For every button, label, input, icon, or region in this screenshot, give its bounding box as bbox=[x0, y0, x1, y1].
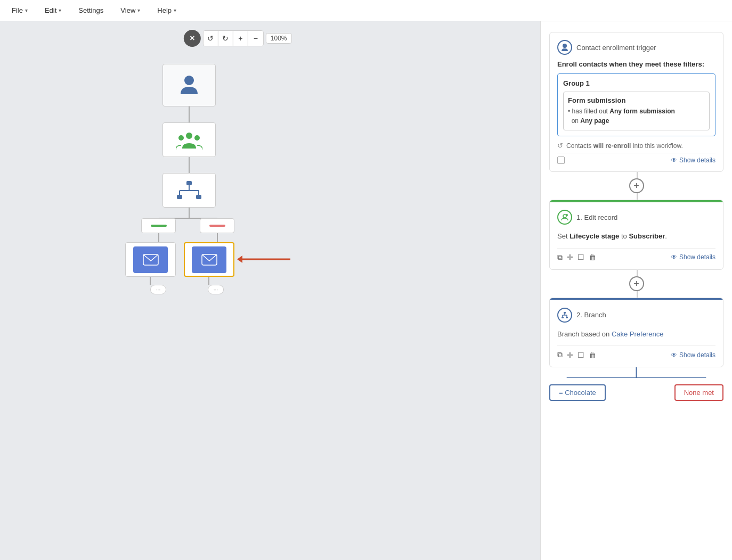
step1-actions: ⧉ ✛ ☐ 🗑 bbox=[557, 253, 596, 262]
plus-icon: + bbox=[238, 34, 242, 43]
menu-view-chevron: ▾ bbox=[137, 7, 140, 13]
filter-red-node[interactable] bbox=[200, 218, 234, 233]
email-left-inner bbox=[133, 246, 168, 273]
group-icon bbox=[176, 129, 202, 151]
svg-rect-27 bbox=[562, 317, 564, 318]
svg-point-11 bbox=[194, 135, 200, 141]
re-enroll-text: ↺ Contacts will re-enroll into this work… bbox=[557, 142, 715, 150]
close-button[interactable]: × bbox=[184, 30, 201, 47]
form-submission-title: Form submission bbox=[568, 96, 705, 104]
menu-view-label: View bbox=[120, 6, 135, 14]
group-label: Group 1 bbox=[563, 79, 710, 87]
canvas-area: × ↺ ↻ + − 100% bbox=[0, 21, 540, 560]
menu-edit[interactable]: Edit ▾ bbox=[42, 4, 64, 17]
step2-card: 2. Branch Branch based on Cake Preferenc… bbox=[549, 298, 723, 368]
svg-point-9 bbox=[186, 133, 192, 139]
zoom-level: 100% bbox=[266, 33, 292, 44]
step2-icon bbox=[557, 308, 572, 323]
form-detail-bold1: Any form submission bbox=[609, 108, 675, 115]
step2-show-details-label: Show details bbox=[679, 351, 715, 359]
branch-node[interactable] bbox=[162, 173, 216, 208]
menu-file[interactable]: File ▾ bbox=[9, 4, 31, 17]
svg-marker-22 bbox=[237, 256, 242, 263]
redo-button[interactable]: ↻ bbox=[218, 31, 233, 46]
arrow-icon bbox=[237, 251, 301, 267]
undo-button[interactable]: ↺ bbox=[204, 31, 218, 46]
menu-settings[interactable]: Settings bbox=[75, 4, 107, 17]
trigger-show-details-label: Show details bbox=[679, 157, 715, 164]
right-panel: Contact enrollment trigger Enroll contac… bbox=[540, 21, 732, 560]
selection-arrow bbox=[237, 251, 301, 267]
svg-rect-13 bbox=[177, 195, 182, 199]
email-right-node[interactable] bbox=[184, 242, 234, 277]
email-left-node[interactable] bbox=[125, 242, 176, 277]
form-submission-box: Form submission • has filled out Any for… bbox=[563, 92, 710, 130]
plus-connector-2: + bbox=[549, 270, 723, 298]
add-step-button-2[interactable]: + bbox=[629, 276, 644, 291]
contact-icon bbox=[561, 43, 568, 52]
menu-view[interactable]: View ▾ bbox=[117, 4, 143, 17]
add-step-button-1[interactable]: + bbox=[629, 178, 644, 193]
menu-help-chevron: ▾ bbox=[174, 7, 176, 13]
svg-point-8 bbox=[184, 76, 194, 85]
trigger-section: Contact enrollment trigger Enroll contac… bbox=[549, 32, 723, 172]
filter-green-bar bbox=[151, 225, 167, 227]
close-icon: × bbox=[190, 34, 194, 43]
branch-icon bbox=[176, 180, 202, 201]
step1-footer: ⧉ ✛ ☐ 🗑 👁 Show details bbox=[557, 248, 715, 262]
chocolate-branch-button[interactable]: = Chocolate bbox=[549, 384, 606, 401]
move-icon[interactable]: ✛ bbox=[567, 253, 573, 261]
form-detail-bold2: Any page bbox=[580, 117, 609, 125]
step2-title: 2. Branch bbox=[576, 311, 606, 319]
delete-icon-2[interactable]: 🗑 bbox=[589, 351, 596, 359]
filter-green-node[interactable] bbox=[141, 218, 176, 233]
step1-show-details[interactable]: 👁 Show details bbox=[671, 253, 715, 261]
step2-title-text: Branch bbox=[584, 311, 606, 319]
user-icon bbox=[178, 72, 200, 98]
step2-show-details[interactable]: 👁 Show details bbox=[671, 351, 715, 359]
step2-actions: ⧉ ✛ ☐ 🗑 bbox=[557, 350, 596, 359]
trigger-group-box: Group 1 Form submission • has filled out… bbox=[557, 73, 715, 136]
duplicate-icon-2[interactable]: ☐ bbox=[578, 351, 584, 359]
step1-val: Subscriber bbox=[629, 232, 665, 240]
duplicate-icon[interactable]: ☐ bbox=[578, 253, 584, 261]
trigger-checkbox[interactable] bbox=[557, 157, 565, 164]
form-detail-pre: has filled out bbox=[572, 108, 610, 115]
step1-number: 1. bbox=[576, 213, 582, 221]
step2-description: Branch based on Cake Preference bbox=[557, 327, 715, 344]
eye-icon-step2: 👁 bbox=[671, 351, 677, 359]
main-container: × ↺ ↻ + − 100% bbox=[0, 21, 732, 560]
trigger-header: Contact enrollment trigger bbox=[557, 40, 715, 55]
step1-header: 1. Edit record bbox=[557, 210, 715, 225]
delete-icon[interactable]: 🗑 bbox=[589, 253, 596, 261]
group-node[interactable] bbox=[162, 122, 216, 157]
trigger-title: Contact enrollment trigger bbox=[576, 44, 656, 52]
email-left-icon bbox=[143, 254, 159, 266]
copy-icon[interactable]: ⧉ bbox=[557, 253, 563, 262]
zoom-in-button[interactable]: + bbox=[233, 31, 248, 46]
step1-description: Set Lifecycle stage to Subscriber. bbox=[557, 229, 715, 246]
step2-desc-link[interactable]: Cake Preference bbox=[612, 330, 664, 338]
svg-rect-14 bbox=[196, 195, 201, 199]
filter-red-bar bbox=[209, 225, 225, 227]
copy-icon-2[interactable]: ⧉ bbox=[557, 350, 563, 359]
none-met-branch-button[interactable]: None met bbox=[674, 384, 723, 401]
zoom-out-button[interactable]: − bbox=[248, 31, 263, 46]
step2-body: 2. Branch Branch based on Cake Preferenc… bbox=[550, 300, 723, 367]
canvas-toolbar: × ↺ ↻ + − 100% bbox=[184, 30, 292, 47]
trigger-show-details[interactable]: 👁 Show details bbox=[671, 157, 715, 164]
email-right-inner bbox=[192, 246, 226, 273]
branch-connector bbox=[549, 367, 723, 378]
dot-left-node[interactable]: ··· bbox=[150, 285, 166, 294]
step1-icon bbox=[557, 210, 572, 225]
dot-right-node[interactable]: ··· bbox=[208, 285, 224, 294]
svg-point-10 bbox=[178, 135, 184, 141]
menu-help[interactable]: Help ▾ bbox=[154, 4, 180, 17]
user-trigger-node[interactable] bbox=[162, 64, 216, 106]
menu-bar: File ▾ Edit ▾ Settings View ▾ Help ▾ bbox=[0, 0, 732, 21]
move-icon-2[interactable]: ✛ bbox=[567, 351, 573, 359]
branch-icon-small bbox=[561, 311, 568, 319]
branch-line-svg bbox=[549, 367, 723, 378]
step2-header: 2. Branch bbox=[557, 308, 715, 323]
re-enroll-icon: ↺ bbox=[557, 142, 563, 150]
